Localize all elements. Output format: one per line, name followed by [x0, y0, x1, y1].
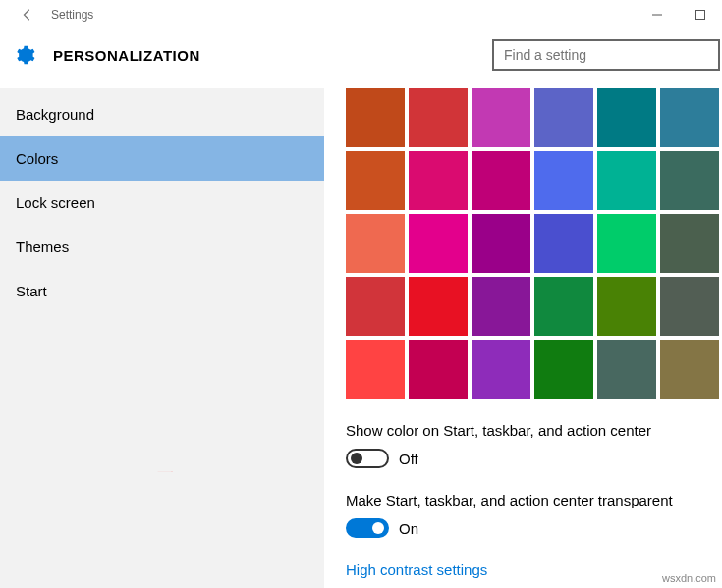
search-box[interactable] [492, 39, 720, 71]
watermark: wsxdn.com [662, 572, 716, 584]
color-swatch[interactable] [597, 214, 656, 273]
svg-rect-1 [696, 11, 705, 20]
color-swatch[interactable] [409, 151, 468, 210]
color-swatch[interactable] [472, 88, 530, 147]
color-swatch[interactable] [472, 277, 530, 336]
color-swatch[interactable] [534, 151, 593, 210]
show-color-label: Show color on Start, taskbar, and action… [346, 422, 722, 439]
sidebar-item-start[interactable]: Start [0, 269, 324, 313]
header: PERSONALIZATION [0, 29, 722, 88]
window-title: Settings [51, 8, 93, 22]
page-title: PERSONALIZATION [53, 47, 492, 64]
transparent-toggle[interactable] [346, 518, 389, 538]
color-swatch[interactable] [660, 151, 719, 210]
color-swatch[interactable] [660, 340, 719, 399]
search-input[interactable] [502, 46, 710, 64]
transparent-state: On [399, 520, 418, 537]
minimize-button[interactable] [636, 0, 679, 29]
sidebar: BackgroundColorsLock screenThemesStart [0, 88, 324, 588]
annotation-arrow-icon [18, 471, 312, 472]
sidebar-item-background[interactable]: Background [0, 92, 324, 136]
color-swatch[interactable] [409, 340, 468, 399]
color-swatch[interactable] [472, 214, 530, 273]
back-arrow-icon [21, 8, 34, 22]
color-swatch-grid [346, 88, 722, 399]
color-swatch[interactable] [534, 340, 593, 399]
color-swatch[interactable] [534, 214, 593, 273]
color-swatch[interactable] [534, 277, 593, 336]
sidebar-item-lock-screen[interactable]: Lock screen [0, 181, 324, 225]
window-controls [636, 0, 722, 29]
color-swatch[interactable] [346, 340, 405, 399]
color-swatch[interactable] [346, 277, 405, 336]
color-swatch[interactable] [346, 151, 405, 210]
color-swatch[interactable] [660, 88, 719, 147]
color-swatch[interactable] [409, 277, 468, 336]
color-swatch[interactable] [597, 340, 656, 399]
color-swatch[interactable] [472, 151, 530, 210]
title-bar: Settings [0, 0, 722, 29]
color-swatch[interactable] [346, 88, 405, 147]
color-swatch[interactable] [597, 88, 656, 147]
sidebar-item-colors[interactable]: Colors [0, 136, 324, 181]
sidebar-item-themes[interactable]: Themes [0, 225, 324, 269]
color-swatch[interactable] [597, 277, 656, 336]
color-swatch[interactable] [534, 88, 593, 147]
color-swatch[interactable] [597, 151, 656, 210]
show-color-state: Off [399, 451, 418, 467]
show-color-toggle[interactable] [346, 449, 389, 468]
content-panel: Show color on Start, taskbar, and action… [324, 88, 722, 588]
color-swatch[interactable] [472, 340, 530, 399]
maximize-button[interactable] [679, 0, 722, 29]
svg-marker-3 [172, 471, 173, 472]
color-swatch[interactable] [409, 88, 468, 147]
gear-icon [14, 44, 35, 66]
transparent-label: Make Start, taskbar, and action center t… [346, 492, 722, 508]
color-swatch[interactable] [660, 277, 719, 336]
color-swatch[interactable] [660, 214, 719, 273]
color-swatch[interactable] [409, 214, 468, 273]
color-swatch[interactable] [346, 214, 405, 273]
back-button[interactable] [10, 8, 45, 22]
main: BackgroundColorsLock screenThemesStart S… [0, 88, 722, 588]
